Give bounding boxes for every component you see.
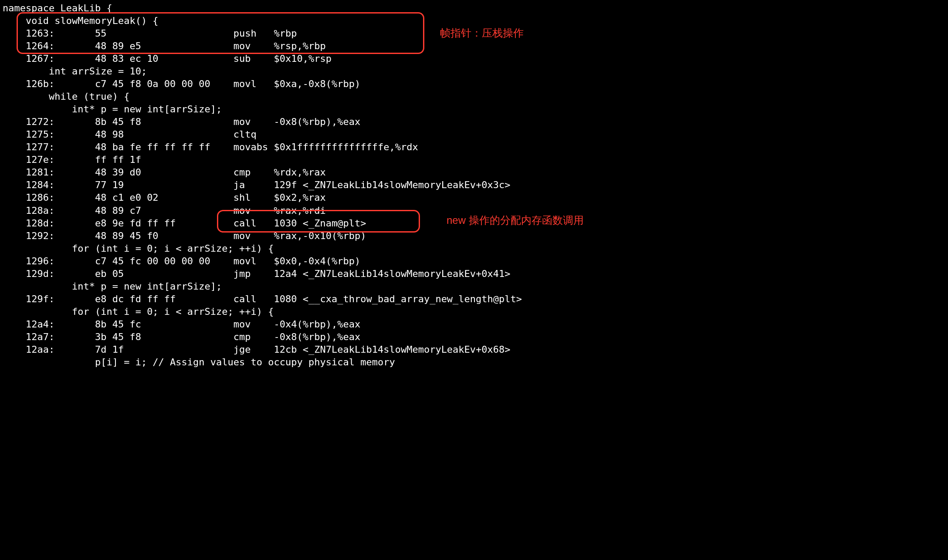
code-line: 1281: 48 39 d0 cmp %rdx,%rax [3, 167, 326, 178]
code-line: 129f: e8 dc fd ff ff call 1080 <__cxa_th… [3, 293, 522, 304]
code-line: int* p = new int[arrSize]; [3, 281, 222, 292]
code-line: 1284: 77 19 ja 129f <_ZN7LeakLib14slowMe… [3, 179, 511, 190]
code-line: 12a7: 3b 45 f8 cmp -0x8(%rbp),%eax [3, 331, 360, 342]
code-line: 1263: 55 push %rbp [3, 28, 297, 39]
code-line: int* p = new int[arrSize]; [3, 104, 222, 115]
code-line: 129d: eb 05 jmp 12a4 <_ZN7LeakLib14slowM… [3, 268, 511, 279]
code-line: 1264: 48 89 e5 mov %rsp,%rbp [3, 40, 326, 51]
code-line: for (int i = 0; i < arrSize; ++i) { [3, 243, 274, 254]
code-line: 1272: 8b 45 f8 mov -0x8(%rbp),%eax [3, 116, 360, 127]
code-line: 1292: 48 89 45 f0 mov %rax,-0x10(%rbp) [3, 230, 366, 241]
code-line: 126b: c7 45 f8 0a 00 00 00 movl $0xa,-0x… [3, 78, 360, 89]
code-line: 1296: c7 45 fc 00 00 00 00 movl $0x0,-0x… [3, 256, 360, 267]
code-line: int arrSize = 10; [3, 66, 147, 77]
code-line: while (true) { [3, 91, 129, 102]
annotation-frame-pointer: 帧指针：压栈操作 [440, 26, 524, 40]
annotation-new-call: new 操作的分配内存函数调用 [447, 213, 584, 227]
code-line: 12a4: 8b 45 fc mov -0x4(%rbp),%eax [3, 319, 360, 330]
code-line: 127e: ff ff 1f [3, 154, 141, 165]
code-line: 1267: 48 83 ec 10 sub $0x10,%rsp [3, 53, 332, 64]
code-line: void slowMemoryLeak() { [3, 15, 159, 26]
code-line: for (int i = 0; i < arrSize; ++i) { [3, 306, 274, 317]
code-line: 12aa: 7d 1f jge 12cb <_ZN7LeakLib14slowM… [3, 344, 511, 355]
code-line: 1277: 48 ba fe ff ff ff ff movabs $0x1ff… [3, 142, 418, 152]
code-line: 1286: 48 c1 e0 02 shl $0x2,%rax [3, 192, 326, 203]
code-line: 128d: e8 9e fd ff ff call 1030 <_Znam@pl… [3, 218, 366, 229]
code-block: namespace LeakLib { void slowMemoryLeak(… [0, 0, 948, 370]
code-line: 1275: 48 98 cltq [3, 129, 257, 140]
code-line: p[i] = i; // Assign values to occupy phy… [3, 357, 395, 368]
code-line: 128a: 48 89 c7 mov %rax,%rdi [3, 205, 326, 216]
code-line: namespace LeakLib { [3, 3, 112, 13]
